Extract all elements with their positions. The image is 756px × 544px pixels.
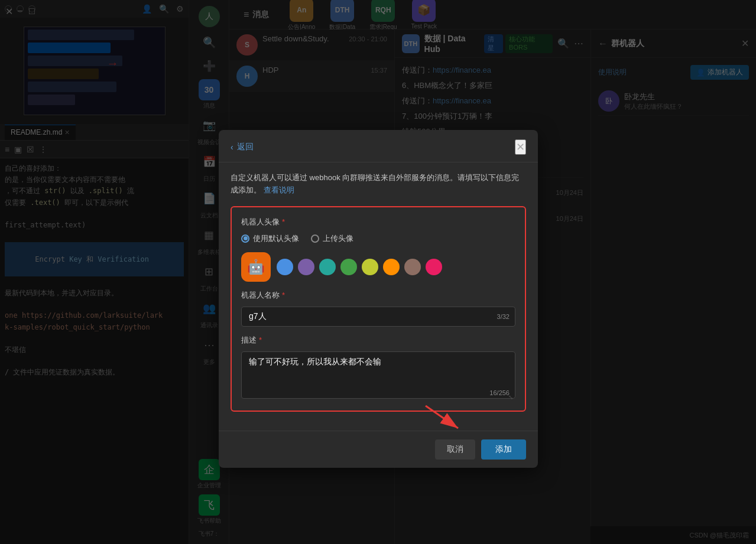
cancel-button[interactable]: 取消 [435,439,475,460]
modal-description: 自定义机器人可以通过 webhook 向群聊推送来自外部服务的消息。请填写以下信… [231,172,526,197]
modal-overlay: ‹ 返回 ✕ 自定义机器人可以通过 webhook 向群聊推送来自外部服务的消息… [0,0,756,544]
required-marker: * [282,217,285,226]
name-counter: 3/32 [497,313,510,320]
color-orange[interactable] [383,259,400,275]
modal-help-link[interactable]: 查看说明 [264,185,294,194]
radio-default-label: 使用默认头像 [253,233,299,244]
color-yellow-green[interactable] [362,259,378,275]
color-purple[interactable] [298,259,314,275]
radio-default[interactable]: 使用默认头像 [241,233,299,244]
desc-textarea-wrap: 输了可不好玩，所以我从来都不会输 16/256 ⤡ [241,351,515,401]
radio-upload-circle [311,234,319,243]
color-blue[interactable] [277,259,293,275]
desc-required-marker: * [259,335,262,344]
radio-default-circle [241,234,249,243]
back-chevron-icon: ‹ [231,142,233,152]
avatar-section-label: 机器人头像 * [241,217,515,227]
modal-back-label: 返回 [237,142,254,152]
resize-handle[interactable]: ⤡ [508,394,514,400]
name-section-label: 机器人名称 * [241,290,515,301]
name-input-wrap: 3/32 [241,307,515,327]
modal-header: ‹ 返回 ✕ [219,130,538,162]
modal-body: 自定义机器人可以通过 webhook 向群聊推送来自外部服务的消息。请填写以下信… [219,162,538,431]
color-pink[interactable] [426,259,442,275]
robot-desc-input[interactable]: 输了可不好玩，所以我从来都不会输 [241,351,515,399]
desc-section-label: 描述 * [241,335,515,346]
modal-footer: 取消 添加 [219,431,538,468]
robot-name-input[interactable] [241,307,515,327]
radio-upload[interactable]: 上传头像 [311,233,353,244]
color-brown[interactable] [404,259,421,275]
color-teal[interactable] [319,259,336,275]
desc-counter: 16/256 [489,389,510,396]
modal-back-button[interactable]: ‹ 返回 [231,142,254,152]
modal-close-button[interactable]: ✕ [515,139,526,155]
add-robot-modal: ‹ 返回 ✕ 自定义机器人可以通过 webhook 向群聊推送来自外部服务的消息… [219,130,538,468]
radio-upload-label: 上传头像 [323,233,353,244]
avatar-preview[interactable]: 🤖 [241,252,271,282]
avatar-preview-row: 🤖 [241,252,515,282]
name-required-marker: * [282,291,285,299]
add-button[interactable]: 添加 [481,439,526,460]
color-green[interactable] [340,259,357,275]
color-circles [277,259,442,275]
avatar-radio-group: 使用默认头像 上传头像 [241,233,515,244]
modal-avatar-section: 机器人头像 * 使用默认头像 上传头像 🤖 [231,206,526,412]
